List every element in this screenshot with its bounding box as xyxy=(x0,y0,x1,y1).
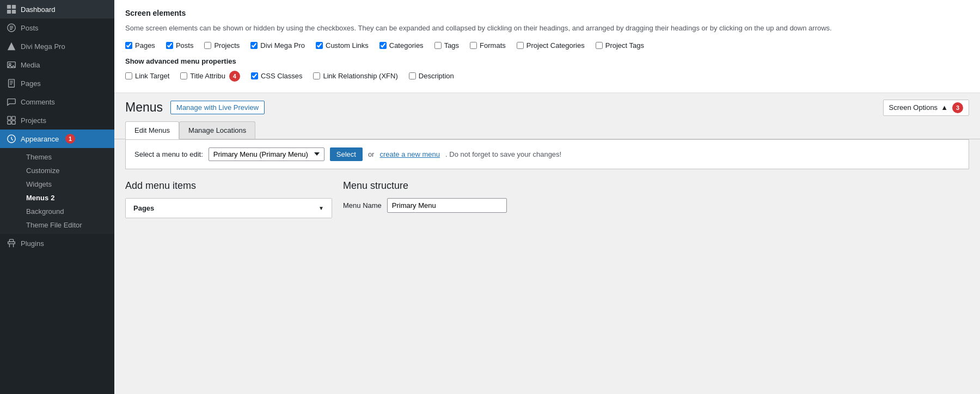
sidebar-item-widgets[interactable]: Widgets xyxy=(21,177,114,191)
checkbox-divi-mega-pro[interactable]: Divi Mega Pro xyxy=(250,41,305,50)
sidebar-item-pages[interactable]: Pages xyxy=(0,74,114,93)
checkbox-posts[interactable]: Posts xyxy=(166,41,194,50)
chevron-down-icon: ▼ xyxy=(318,205,324,211)
sidebar-label-appearance: Appearance xyxy=(21,135,59,143)
checkbox-css-classes[interactable]: CSS Classes xyxy=(251,72,303,80)
svg-rect-1 xyxy=(12,5,16,9)
sidebar-item-plugins[interactable]: Plugins xyxy=(0,234,114,253)
pages-icon xyxy=(7,78,16,88)
svg-rect-9 xyxy=(8,116,11,120)
screen-description: Some screen elements can be shown or hid… xyxy=(125,23,969,34)
sidebar-label-projects: Projects xyxy=(21,116,46,125)
screen-options-button[interactable]: Screen Options ▲ 3 xyxy=(883,100,969,116)
sidebar-label-dashboard: Dashboard xyxy=(21,5,56,14)
media-icon xyxy=(7,60,16,70)
menus-title-row: Menus Manage with Live Preview xyxy=(125,100,265,115)
menu-name-input[interactable] xyxy=(387,198,507,213)
create-new-menu-link[interactable]: create a new menu xyxy=(379,150,440,158)
screen-options-arrow-icon: ▲ xyxy=(941,103,948,112)
sidebar-item-themes[interactable]: Themes xyxy=(21,150,114,164)
svg-rect-2 xyxy=(7,10,11,14)
sidebar-label-plugins: Plugins xyxy=(21,239,44,248)
appearance-icon xyxy=(7,134,16,144)
save-reminder: . Do not forget to save your changes! xyxy=(445,150,561,158)
main-content: Screen elements Some screen elements can… xyxy=(114,0,980,394)
menus-page-title: Menus xyxy=(125,100,163,115)
posts-icon xyxy=(7,23,16,33)
checkbox-formats[interactable]: Formats xyxy=(470,41,506,50)
sidebar-item-media[interactable]: Media xyxy=(0,56,114,74)
tab-edit-menus[interactable]: Edit Menus xyxy=(125,121,179,139)
content-area: Select a menu to edit: Primary Menu (Pri… xyxy=(114,139,980,395)
sidebar-item-comments[interactable]: Comments xyxy=(0,93,114,111)
right-column: Menu structure Menu Name xyxy=(343,180,969,218)
select-menu-row: Select a menu to edit: Primary Menu (Pri… xyxy=(125,139,969,169)
sidebar-label-comments: Comments xyxy=(21,98,55,106)
plugins-icon xyxy=(7,238,16,248)
checkbox-description[interactable]: Description xyxy=(409,72,454,80)
live-preview-button[interactable]: Manage with Live Preview xyxy=(170,101,265,114)
menu-structure-title: Menu structure xyxy=(343,180,969,192)
checkbox-custom-links[interactable]: Custom Links xyxy=(316,41,369,50)
screen-options-badge: 3 xyxy=(952,102,963,113)
svg-rect-11 xyxy=(8,121,11,124)
pages-accordion-header[interactable]: Pages ▼ xyxy=(126,199,332,218)
appearance-badge: 1 xyxy=(65,134,75,144)
pages-accordion-label: Pages xyxy=(133,204,154,212)
checkbox-projects[interactable]: Projects xyxy=(204,41,240,50)
left-column: Add menu items Pages ▼ xyxy=(125,180,332,218)
checkbox-tags[interactable]: Tags xyxy=(434,41,459,50)
select-menu-label: Select a menu to edit: xyxy=(134,150,203,158)
sidebar-label-media: Media xyxy=(21,61,40,69)
sidebar: Dashboard Posts Divi Mega Pro Media Page… xyxy=(0,0,114,394)
checkbox-title-attribute[interactable]: Title Attribu4 xyxy=(180,71,240,82)
add-menu-items-title: Add menu items xyxy=(125,180,332,192)
sidebar-item-theme-file-editor[interactable]: Theme File Editor xyxy=(21,218,114,232)
pages-accordion: Pages ▼ xyxy=(125,198,332,218)
appearance-submenu: Themes Customize Widgets Menus 2 Backgro… xyxy=(0,148,114,234)
tabs-row: Edit Menus Manage Locations xyxy=(114,116,980,139)
checkbox-project-categories[interactable]: Project Categories xyxy=(517,41,585,50)
sidebar-label-divi: Divi Mega Pro xyxy=(21,42,65,51)
svg-rect-3 xyxy=(12,10,16,14)
menu-name-row: Menu Name xyxy=(343,198,969,213)
checkbox-link-relationship[interactable]: Link Relationship (XFN) xyxy=(313,72,397,80)
sidebar-item-dashboard[interactable]: Dashboard xyxy=(0,0,114,19)
sidebar-item-projects[interactable]: Projects xyxy=(0,111,114,130)
svg-rect-12 xyxy=(12,121,15,124)
menus-badge: 2 xyxy=(51,194,54,202)
sidebar-item-divi[interactable]: Divi Mega Pro xyxy=(0,37,114,56)
two-column-layout: Add menu items Pages ▼ Menu structure Me… xyxy=(125,169,969,218)
checkbox-categories[interactable]: Categories xyxy=(379,41,424,50)
checkbox-link-target[interactable]: Link Target xyxy=(125,72,169,80)
svg-rect-8 xyxy=(9,79,15,87)
checkbox-project-tags[interactable]: Project Tags xyxy=(596,41,644,50)
sidebar-item-appearance[interactable]: Appearance 1 xyxy=(0,130,114,148)
dashboard-icon xyxy=(7,4,16,14)
advanced-checkboxes-row: Link Target Title Attribu4 CSS Classes L… xyxy=(125,71,969,82)
menu-select-dropdown[interactable]: Primary Menu (Primary Menu) xyxy=(209,147,324,161)
advanced-properties-label: Show advanced menu properties xyxy=(125,57,969,65)
or-text: or xyxy=(368,150,375,158)
svg-rect-10 xyxy=(12,116,15,120)
divi-icon xyxy=(7,41,16,51)
comments-icon xyxy=(7,97,16,107)
screen-options-label: Screen Options xyxy=(889,103,938,112)
checkbox-pages[interactable]: Pages xyxy=(125,41,155,50)
menu-name-label: Menu Name xyxy=(343,201,382,210)
screen-options-panel: Screen elements Some screen elements can… xyxy=(114,0,980,93)
sidebar-item-background[interactable]: Background xyxy=(21,205,114,218)
projects-icon xyxy=(7,115,16,125)
svg-rect-0 xyxy=(7,5,11,9)
svg-marker-5 xyxy=(8,42,15,50)
sidebar-item-menus[interactable]: Menus 2 xyxy=(21,191,114,205)
sidebar-label-pages: Pages xyxy=(21,79,41,88)
sidebar-item-customize[interactable]: Customize xyxy=(21,164,114,177)
tab-manage-locations[interactable]: Manage Locations xyxy=(179,121,255,139)
screen-checkboxes-row: Pages Posts Projects Divi Mega Pro Custo… xyxy=(125,41,969,50)
select-button[interactable]: Select xyxy=(330,147,363,161)
sidebar-item-posts[interactable]: Posts xyxy=(0,19,114,37)
title-attribute-badge: 4 xyxy=(229,71,240,82)
sidebar-label-posts: Posts xyxy=(21,24,39,32)
menus-header: Menus Manage with Live Preview Screen Op… xyxy=(114,93,980,116)
